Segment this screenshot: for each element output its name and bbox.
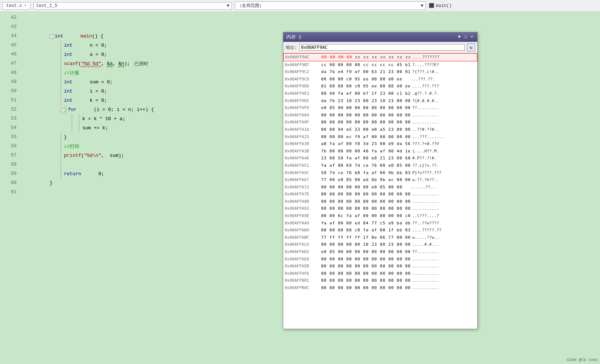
mem-ascii-3: ...???.??. [411, 76, 435, 83]
function-indicator: ⬛ main() [429, 3, 452, 8]
mem-bytes-13: 7b 00 00 00 00 48 fa af 00 4d 1e [321, 148, 411, 155]
line-num-61: 61 [0, 188, 17, 197]
mem-addr-21: 0x00AFFA93 [285, 205, 320, 212]
mem-addr-31: 0x00AFFB01 [285, 277, 320, 284]
line-num-47: 47 [0, 59, 17, 68]
mem-bytes-22: 00 00 6c fa af 00 00 00 00 00 c0 [321, 213, 411, 219]
mem-addr-25: 0x00AFFABF [285, 234, 320, 241]
v-dash-45 [61, 41, 61, 50]
mem-ascii-0: ....??????? [413, 54, 439, 61]
mem-bytes-28: 00 00 00 00 00 00 00 00 00 00 00 [321, 256, 411, 263]
v-dash-56 [61, 142, 61, 151]
memory-window: 内存 1 ▼ □ × 地址: ↻ 0x00AFF9AC 00 00 00 00 … [283, 32, 478, 329]
mem-addr-18: 0x00AFFA72 [285, 184, 320, 191]
memory-dropdown-btn[interactable]: ▼ [457, 35, 461, 40]
mem-bytes-23: fa af 00 00 ed 84 77 c5 a9 ba db [321, 220, 411, 227]
scanf-str: " [81, 61, 84, 66]
address-input[interactable] [299, 44, 465, 51]
mem-row-18: 0x00AFFA72 00 00 00 00 00 00 e0 85 00 00… [283, 184, 477, 191]
mem-row-6: 0x00AFF9EE da 7b 23 10 23 00 23 10 23 00… [283, 97, 477, 105]
mem-addr-23: 0x00AFFAA9 [285, 220, 320, 227]
mem-row-5: 0x00AFF9E3 00 40 fa af 00 b7 1f 23 00 c1… [283, 90, 477, 97]
mem-ascii-17: w.??.?k??.. [412, 177, 439, 183]
mem-row-14: 0x00AFFA46 23 00 50 fa af 00 e8 21 23 00… [283, 155, 477, 162]
mem-addr-22: 0x00AFFA9E [285, 213, 320, 219]
mem-ascii-16: P}?v????.??? [412, 170, 441, 176]
mem-ascii-30: ........... [412, 270, 439, 277]
mem-row-highlighted: 0x00AFF9AC 00 00 00 00 cc cc cc cc cc cc… [283, 53, 477, 61]
v-dash-57 [61, 151, 61, 160]
mem-bytes-2: da 7b e4 f9 af 00 63 21 23 00 01 [321, 69, 411, 75]
v-dashes-53b [79, 114, 79, 123]
mem-row-10: 0x00AFFA1A 00 00 94 a5 23 00 a0 a5 23 00… [283, 126, 477, 133]
mem-addr-13: 0x00AFFA3B [285, 148, 320, 155]
context-dropdown[interactable]: （全局范围） ▼ [235, 1, 426, 10]
fn-scanf: scanf [64, 61, 78, 66]
mem-bytes-6: da 7b 23 10 23 00 23 10 23 00 00 [321, 98, 411, 104]
v-dash-52a [66, 105, 66, 114]
mem-ascii-9: ........... [412, 119, 439, 126]
mem-addr-5: 0x00AFF9E3 [285, 90, 320, 97]
v-dash-48 [61, 68, 61, 78]
mem-ascii-1: ?....????E? [412, 62, 439, 68]
mem-ascii-25: w.....??w.. [412, 234, 439, 241]
mem-row-32: 0x00AFFB0C 00 00 00 00 00 00 00 00 00 00… [283, 284, 477, 292]
mem-row-16: 0x00AFFA5C 50 7d ce 76 b8 fa af 00 9b bb… [283, 169, 477, 177]
mem-row-8: 0x00AFFA04 00 00 00 00 00 00 00 00 00 00… [283, 112, 477, 119]
mem-bytes-10: 00 00 94 a5 23 00 a0 a5 23 00 00 [321, 126, 411, 133]
keyword-int-46: int [64, 52, 72, 57]
mem-bytes-29: 00 00 00 00 00 00 00 00 00 00 00 [321, 263, 411, 270]
mem-addr-16: 0x00AFFA5C [285, 170, 320, 176]
mem-ascii-24: ....?????.?? [412, 227, 441, 234]
memory-content[interactable]: 0x00AFF9AC 00 00 00 00 cc cc cc cc cc cc… [283, 53, 477, 329]
mem-row-21: 0x00AFFA93 00 00 00 00 00 00 00 00 00 00… [283, 205, 477, 212]
v-dash-59 [61, 169, 61, 179]
mem-bytes-4: 01 00 00 00 c0 95 ee 00 88 d0 ee [321, 83, 411, 90]
editor-area: 42 43 44 45 46 47 48 49 50 51 52 53 54 5… [0, 12, 600, 364]
collapse-btn-52[interactable]: − [61, 108, 65, 112]
tab-close-btn[interactable]: × [24, 4, 26, 8]
var-n: n = 0; [90, 43, 107, 48]
line-num-58: 58 [0, 160, 17, 169]
for-expr: (i = 0; i < n; i++) { [94, 107, 154, 112]
mem-bytes-17: 77 00 e0 85 00 ad 6b 9b ac 00 00 [321, 177, 411, 183]
line-num-55: 55 [0, 133, 17, 142]
mem-bytes-25: 77 ff ff ff ff 1f 8e 86 77 00 00 [321, 234, 411, 241]
memory-minimize-btn[interactable]: □ [463, 35, 468, 40]
mem-row-22: 0x00AFFA9E 00 00 6c fa af 00 00 00 00 00… [283, 212, 477, 220]
comment-calc: //计算 [64, 70, 79, 76]
var-i: i = 0; [90, 89, 107, 94]
mem-addr-27: 0x00AFFAD5 [285, 249, 320, 255]
brace-close-for: } [64, 134, 67, 140]
scope-dropdown[interactable]: test_1_5 ▼ [33, 2, 232, 10]
keyword-int-44: int [55, 33, 63, 39]
mem-bytes-16: 50 7d ce 76 b8 fa af 00 9b bb 83 [321, 170, 411, 176]
line-num-52: 52 [0, 105, 17, 114]
return-val: 0; [98, 171, 104, 177]
mem-row-13: 0x00AFFA3B 7b 00 00 00 00 48 fa af 00 4d… [283, 148, 477, 155]
mem-row-2: 0x00AFF9C2 da 7b e4 f9 af 00 63 21 23 00… [283, 68, 477, 76]
mem-bytes-15: fa af 00 69 7d ce 76 00 e0 85 00 [321, 162, 411, 169]
mem-row-29: 0x00AFFAEB 00 00 00 00 00 00 00 00 00 00… [283, 263, 477, 270]
memory-title: 内存 1 [286, 34, 302, 40]
mem-ascii-12: ???.?=#.??V [412, 141, 439, 147]
collapse-btn-44[interactable]: − [50, 34, 54, 39]
used-time-label: 已用时 [134, 61, 148, 67]
line-numbers: 42 43 44 45 46 47 48 49 50 51 52 53 54 5… [0, 12, 20, 364]
v-dash-51 [61, 96, 61, 105]
mem-ascii-20: ........... [412, 198, 439, 205]
mem-addr-10: 0x00AFFA1A [285, 126, 320, 133]
mem-ascii-18: ......??.. [411, 184, 435, 191]
function-name: main() [436, 3, 452, 8]
context-value: （全局范围） [237, 3, 264, 9]
memory-close-btn[interactable]: × [470, 35, 474, 40]
mem-row-26: 0x00AFFACA 00 00 00 00 00 10 23 00 23 00… [283, 241, 477, 248]
refresh-button[interactable]: ↻ [467, 43, 475, 51]
v-dash-50 [61, 87, 61, 96]
file-tab[interactable]: test.c × [2, 2, 30, 10]
mem-addr-4: 0x00AFF9D8 [285, 83, 320, 90]
mem-row-7: 0x00AFF9F9 e0 85 00 00 00 00 00 00 00 00… [283, 104, 477, 112]
mem-bytes-24: 00 00 00 00 c8 fa af 00 1f bb 83 [321, 227, 411, 234]
line-num-46: 46 [0, 50, 17, 59]
scope-arrow-icon: ▼ [227, 3, 229, 8]
